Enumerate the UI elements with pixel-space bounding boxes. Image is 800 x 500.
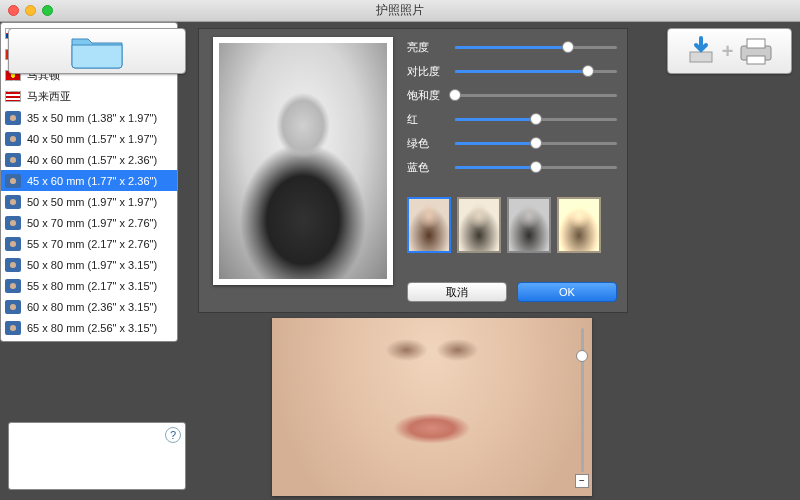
size-label: 65 x 80 mm (2.56" x 3.15") [27, 322, 157, 334]
slider-0[interactable] [455, 39, 617, 55]
zoom-out-button[interactable]: − [575, 474, 589, 488]
svg-rect-2 [747, 39, 765, 48]
size-row[interactable]: 45 x 60 mm (1.77" x 2.36") [1, 170, 177, 191]
size-row[interactable]: 60 x 80 mm (2.36" x 3.15") [1, 296, 177, 317]
zoom-control: − [574, 326, 590, 488]
download-icon[interactable] [686, 36, 716, 66]
size-row[interactable]: 50 x 80 mm (1.97" x 3.15") [1, 254, 177, 275]
printer-icon[interactable] [739, 36, 773, 66]
size-label: 50 x 50 mm (1.97" x 1.97") [27, 196, 157, 208]
size-label: 50 x 80 mm (1.97" x 3.15") [27, 259, 157, 271]
slider-label: 绿色 [407, 136, 447, 151]
window-title: 护照照片 [0, 2, 800, 19]
size-icon [5, 279, 21, 293]
slider-4[interactable] [455, 135, 617, 151]
preview-frame [213, 37, 393, 285]
zoom-icon[interactable] [42, 5, 53, 16]
slider-label: 饱和度 [407, 88, 447, 103]
size-label: 40 x 60 mm (1.57" x 2.36") [27, 154, 157, 166]
size-label: 55 x 80 mm (2.17" x 3.15") [27, 280, 157, 292]
size-label: 60 x 80 mm (2.36" x 3.15") [27, 301, 157, 313]
svg-rect-3 [747, 56, 765, 64]
titlebar: 护照照片 [0, 0, 800, 22]
variant-0[interactable] [407, 197, 451, 253]
close-icon[interactable] [8, 5, 19, 16]
ok-button[interactable]: OK [517, 282, 617, 302]
size-label: 50 x 70 mm (1.97" x 2.76") [27, 217, 157, 229]
size-icon [5, 258, 21, 272]
help-button[interactable]: ? [165, 427, 181, 443]
size-label: 40 x 50 mm (1.57" x 1.97") [27, 133, 157, 145]
zoom-thumb[interactable] [576, 350, 588, 362]
size-row[interactable]: 55 x 70 mm (2.17" x 2.76") [1, 233, 177, 254]
slider-3[interactable] [455, 111, 617, 127]
size-icon [5, 174, 21, 188]
editor-panel: 亮度对比度饱和度红绿色蓝色 取消 OK [198, 28, 628, 313]
sliders-group: 亮度对比度饱和度红绿色蓝色 [407, 35, 617, 179]
dropzone[interactable]: ? [8, 422, 186, 490]
variant-2[interactable] [507, 197, 551, 253]
size-icon [5, 321, 21, 335]
size-icon [5, 195, 21, 209]
size-label: 45 x 60 mm (1.77" x 2.36") [27, 175, 157, 187]
preview-image [219, 43, 387, 279]
variants-row [407, 197, 601, 253]
sidebar-title: 人像照片 [8, 78, 56, 95]
size-row[interactable]: 65 x 80 mm (2.56" x 3.15") [1, 317, 177, 338]
slider-2[interactable] [455, 87, 617, 103]
size-row[interactable]: 55 x 80 mm (2.17" x 3.15") [1, 275, 177, 296]
variant-3[interactable] [557, 197, 601, 253]
svg-rect-0 [690, 52, 712, 62]
open-folder-button[interactable] [8, 28, 186, 74]
slider-label: 红 [407, 112, 447, 127]
slider-label: 蓝色 [407, 160, 447, 175]
size-icon [5, 300, 21, 314]
size-icon [5, 237, 21, 251]
variant-1[interactable] [457, 197, 501, 253]
size-icon [5, 132, 21, 146]
zoom-track[interactable] [581, 328, 584, 472]
size-icon [5, 111, 21, 125]
size-row[interactable]: 40 x 60 mm (1.57" x 2.36") [1, 149, 177, 170]
export-print-panel: + [667, 28, 792, 74]
size-row[interactable]: 35 x 50 mm (1.38" x 1.97") [1, 107, 177, 128]
size-icon [5, 216, 21, 230]
folder-icon [70, 33, 124, 69]
size-row[interactable]: 40 x 50 mm (1.57" x 1.97") [1, 128, 177, 149]
size-label: 55 x 70 mm (2.17" x 2.76") [27, 238, 157, 250]
slider-label: 亮度 [407, 40, 447, 55]
slider-label: 对比度 [407, 64, 447, 79]
cancel-button[interactable]: 取消 [407, 282, 507, 302]
size-row[interactable]: 50 x 70 mm (1.97" x 2.76") [1, 212, 177, 233]
minimize-icon[interactable] [25, 5, 36, 16]
size-row[interactable]: 50 x 50 mm (1.97" x 1.97") [1, 191, 177, 212]
size-row[interactable]: 50 x 35 mm (1.97" x 1.38") [1, 338, 177, 342]
size-icon [5, 153, 21, 167]
main-photo-view[interactable]: − [272, 318, 592, 496]
size-label: 35 x 50 mm (1.38" x 1.97") [27, 112, 157, 124]
plus-icon: + [722, 40, 734, 63]
size-icon [5, 342, 21, 343]
slider-5[interactable] [455, 159, 617, 175]
slider-1[interactable] [455, 63, 617, 79]
